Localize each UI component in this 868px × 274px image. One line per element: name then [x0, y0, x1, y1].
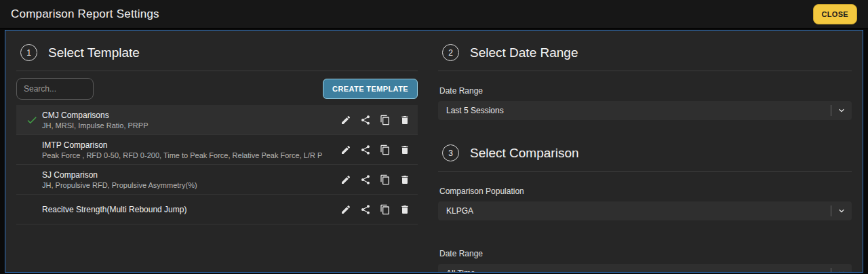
delete-icon[interactable]: [397, 113, 412, 128]
close-button[interactable]: CLOSE: [813, 4, 857, 24]
date-range-select[interactable]: Last 5 Sessions: [438, 101, 852, 120]
create-template-button[interactable]: CREATE TEMPLATE: [323, 79, 418, 99]
chevron-down-icon: [831, 269, 852, 273]
select-template-title: Select Template: [48, 45, 140, 60]
comparison-population-label: Comparison Population: [439, 187, 850, 196]
template-name: CMJ Comparisons: [42, 111, 149, 120]
select-date-range-header: 2 Select Date Range: [438, 39, 852, 71]
right-column: 2 Select Date Range Date Range Last 5 Se…: [438, 39, 852, 272]
template-description: JH, Propulsive RFD, Propulsive Asymmetry…: [42, 181, 197, 189]
select-template-section: 1 Select Template CREATE TEMPLATE CMJ Co…: [16, 39, 418, 272]
share-icon[interactable]: [358, 172, 373, 187]
dropdown-value: KLPGA: [446, 206, 831, 216]
template-actions: [338, 172, 412, 187]
select-template-header: 1 Select Template: [16, 39, 418, 71]
step-1-badge: 1: [20, 44, 37, 61]
comparison-population-select[interactable]: KLPGA: [438, 201, 852, 220]
copy-icon[interactable]: [378, 202, 393, 217]
copy-icon[interactable]: [378, 142, 393, 157]
template-name: IMTP Comparison: [42, 140, 322, 150]
comparison-date-range-label: Date Range: [439, 249, 850, 258]
edit-icon[interactable]: [338, 113, 353, 128]
copy-icon[interactable]: [378, 172, 393, 187]
delete-icon[interactable]: [397, 172, 412, 187]
select-date-range-title: Select Date Range: [470, 45, 578, 60]
template-row[interactable]: CMJ Comparisons JH, MRSI, Impulse Ratio,…: [16, 105, 418, 135]
template-actions: [338, 142, 412, 157]
template-toolbar: CREATE TEMPLATE: [16, 78, 418, 100]
step-2-badge: 2: [442, 44, 459, 61]
template-name: Reacitve Strength(Multi Rebound Jump): [42, 205, 186, 214]
edit-icon[interactable]: [338, 202, 353, 217]
template-description: Peak Force , RFD 0-50, RFD 0-200, Time t…: [42, 151, 322, 159]
comparison-date-range-select[interactable]: All Time: [438, 264, 852, 273]
delete-icon[interactable]: [397, 142, 412, 157]
select-comparison-header: 3 Select Comparison: [438, 139, 852, 172]
page-title: Comparison Report Settings: [11, 7, 159, 21]
template-row[interactable]: IMTP Comparison Peak Force , RFD 0-50, R…: [16, 135, 418, 165]
search-input[interactable]: [16, 78, 94, 100]
template-actions: [338, 113, 412, 128]
template-description: JH, MRSI, Impulse Ratio, PRPP: [42, 121, 149, 130]
dropdown-value: Last 5 Sessions: [446, 106, 831, 115]
share-icon[interactable]: [358, 202, 373, 217]
chevron-down-icon: [831, 106, 852, 115]
modal-header: Comparison Report Settings CLOSE: [0, 0, 868, 28]
template-row[interactable]: SJ Comparison JH, Propulsive RFD, Propul…: [16, 165, 418, 195]
template-list: CMJ Comparisons JH, MRSI, Impulse Ratio,…: [16, 105, 418, 272]
edit-icon[interactable]: [338, 142, 353, 157]
check-icon: [22, 114, 42, 126]
select-comparison-title: Select Comparison: [470, 146, 579, 161]
edit-icon[interactable]: [338, 172, 353, 187]
share-icon[interactable]: [358, 113, 373, 128]
template-row[interactable]: Reacitve Strength(Multi Rebound Jump): [16, 195, 418, 224]
template-name: SJ Comparison: [42, 170, 197, 180]
settings-panel: 1 Select Template CREATE TEMPLATE CMJ Co…: [5, 30, 863, 273]
step-3-badge: 3: [442, 144, 459, 161]
copy-icon[interactable]: [378, 113, 393, 128]
chevron-down-icon: [831, 207, 852, 215]
template-actions: [338, 202, 412, 217]
date-range-label: Date Range: [439, 86, 850, 96]
share-icon[interactable]: [358, 142, 373, 157]
delete-icon[interactable]: [397, 202, 412, 217]
dropdown-value: All Time: [446, 269, 831, 273]
